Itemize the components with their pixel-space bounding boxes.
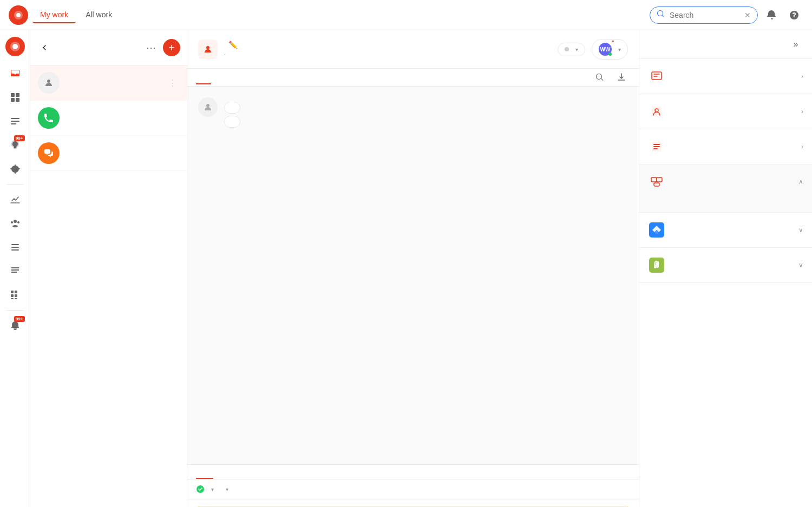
nav-divider-2 [6, 310, 24, 311]
conversations-more-button[interactable]: ⋯ [143, 40, 159, 55]
svg-point-21 [206, 46, 209, 49]
top-bar-logo[interactable] [9, 5, 28, 25]
agent-avatar: WW [599, 43, 612, 56]
status-chevron-icon: ▾ [575, 47, 578, 52]
chat-header-icon [198, 39, 218, 59]
tab-replies[interactable] [213, 70, 228, 84]
conversation-time-separator: · [224, 50, 226, 58]
tab-my-work[interactable]: My work [32, 7, 76, 23]
nav-item-reports[interactable] [4, 260, 26, 282]
nav-item-grid[interactable] [4, 284, 26, 306]
panel-section-related-conversations: ∧ [639, 164, 812, 213]
svg-rect-14 [11, 291, 14, 293]
help-button[interactable] [785, 6, 803, 24]
svg-rect-5 [16, 93, 19, 97]
search-input[interactable] [670, 11, 740, 19]
nav-item-dashboard[interactable] [4, 87, 26, 108]
panel-section-conversation-header[interactable]: › [639, 59, 812, 94]
agent-button[interactable]: WW ▾ [592, 39, 628, 60]
svg-point-1 [16, 13, 21, 17]
sidebar-nav: 99+ [0, 30, 30, 507]
chat-header-actions: ▾ WW ▾ [558, 39, 628, 60]
svg-rect-6 [11, 98, 15, 102]
svg-rect-24 [652, 72, 662, 80]
search-container: ✕ [650, 6, 758, 24]
svg-rect-15 [15, 291, 17, 293]
nav-item-badge[interactable]: 99+ [4, 134, 26, 156]
compose-tab-reply[interactable] [196, 469, 213, 479]
compose-from-field[interactable]: ▾ [196, 485, 214, 493]
compose-to-arrow: ▾ [226, 486, 228, 492]
nav-item-notifications[interactable]: 99+ [4, 315, 26, 337]
panel-section-conversation-icon [648, 68, 665, 85]
message-bubble-2 [224, 116, 240, 128]
nav-item-inbox[interactable] [4, 63, 26, 84]
panel-section-conversation-chevron: › [801, 73, 803, 80]
conversations-add-button[interactable]: + [163, 39, 180, 56]
chat-edit-icon[interactable]: ✏️ [228, 41, 238, 49]
status-button[interactable]: ▾ [558, 43, 585, 56]
conversation-info-lauren-hill [66, 82, 166, 83]
svg-rect-11 [11, 244, 19, 245]
jira-integration-chevron: ∨ [798, 226, 803, 234]
panel-toggle-button[interactable]: » [788, 37, 803, 52]
nav-item-analytics[interactable] [4, 189, 26, 210]
svg-rect-33 [654, 183, 659, 186]
svg-point-36 [654, 267, 656, 268]
conversations-back-button[interactable] [37, 40, 52, 55]
svg-rect-13 [11, 249, 19, 251]
svg-rect-10 [11, 123, 16, 124]
tab-recordings[interactable] [248, 70, 263, 84]
conversation-avatar-khia-norton [38, 107, 60, 129]
agent-badge [612, 41, 614, 42]
message-sender-avatar [198, 97, 218, 117]
svg-rect-28 [653, 144, 660, 145]
panel-section-knowledge-base: › [639, 129, 812, 164]
tab-all-work[interactable]: All work [78, 7, 120, 23]
chat-subtitle: · [224, 50, 551, 58]
compose-from-arrow: ▾ [211, 486, 214, 492]
related-conversations-content [639, 199, 812, 212]
tab-download-button[interactable] [613, 69, 630, 86]
tab-events[interactable] [265, 70, 280, 84]
panel-section-shopify: ∨ [639, 248, 812, 283]
compose-tabs [187, 465, 639, 479]
svg-rect-32 [657, 177, 662, 182]
panel-section-knowledge-base-icon [648, 138, 665, 155]
status-dot [565, 47, 569, 51]
notifications-button[interactable] [762, 6, 781, 24]
conversation-item-khia-norton[interactable] [30, 101, 187, 136]
shopify-icon [648, 256, 665, 274]
svg-rect-31 [651, 177, 657, 182]
message-bubble-1 [224, 102, 240, 114]
jira-integration-header[interactable]: ∨ [639, 213, 812, 247]
nav-item-settings[interactable] [4, 158, 26, 180]
compose-to-field[interactable]: ▾ [222, 486, 228, 492]
agent-online-dot [608, 52, 612, 56]
panel-section-customer-header[interactable]: › [639, 94, 812, 129]
panel-section-knowledge-base-header[interactable]: › [639, 129, 812, 164]
shopify-integration-header[interactable]: ∨ [639, 248, 812, 282]
nav-item-contacts[interactable] [4, 110, 26, 132]
nav-badge-reports: 99+ [14, 135, 25, 141]
conversation-item-amy-cope[interactable] [30, 136, 187, 171]
tab-all[interactable] [196, 70, 211, 84]
related-conversations-header[interactable]: ∧ [639, 164, 812, 199]
svg-point-37 [657, 266, 658, 268]
agent-chevron-icon: ▾ [618, 47, 621, 52]
svg-rect-18 [11, 298, 14, 299]
svg-point-3 [12, 44, 18, 49]
compose-tab-note[interactable] [215, 469, 233, 479]
conversation-avatar-lauren-hill [38, 72, 60, 94]
tab-notes[interactable] [231, 70, 246, 84]
search-clear-button[interactable]: ✕ [744, 11, 751, 19]
nav-item-list[interactable] [4, 236, 26, 258]
app-logo[interactable] [5, 37, 25, 56]
nav-item-team[interactable] [4, 213, 26, 234]
nav-notifications-badge: 99+ [14, 316, 25, 322]
conversation-item-lauren-hill[interactable]: ⋮ [30, 65, 187, 101]
conversation-more-lauren-hill[interactable]: ⋮ [166, 76, 179, 89]
top-bar: My work All work ✕ [0, 0, 812, 30]
tab-search-button[interactable] [591, 69, 608, 86]
jira-icon [648, 221, 665, 239]
